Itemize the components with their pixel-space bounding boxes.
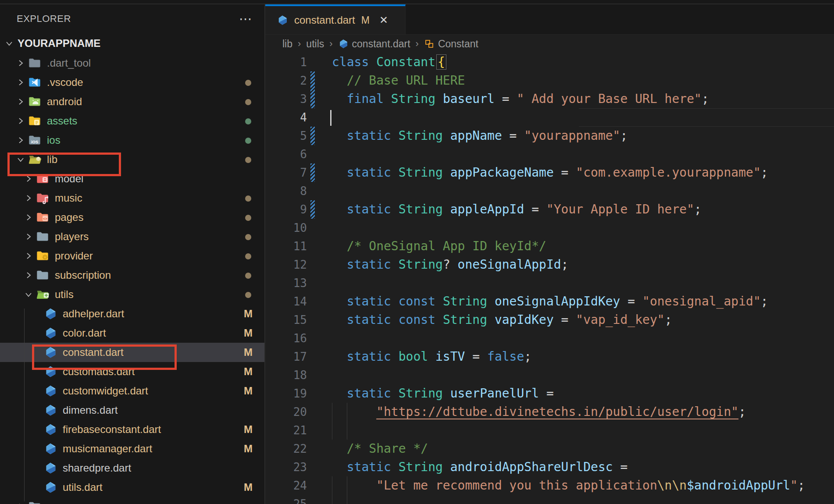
code-text: "Let me recommend you this application\n… [315,476,834,495]
chevron-down-icon [24,290,33,299]
line-number: 16 [265,329,307,348]
dart-icon [44,404,57,417]
code-line-10[interactable]: 10 [265,219,834,237]
tree-item-pages[interactable]: <>pages [0,208,264,227]
tree-item-utils[interactable]: utils [0,285,264,304]
tree-item-music[interactable]: music [0,188,264,208]
code-line-17[interactable]: 17 static bool isTV = false; [265,348,834,366]
tree-item-subscription[interactable]: subscription [0,266,264,285]
modified-dot-badge [242,288,254,301]
tree-item-android[interactable]: android [0,92,264,111]
code-editor[interactable]: 1class Constant{2 // Base URL HERE3 fina… [265,53,834,504]
tree-item-customads.dart[interactable]: customads.dartM [0,362,264,381]
gutter-spacer [310,403,315,421]
gutter-spacer [310,384,315,403]
code-text [315,182,834,200]
code-line-3[interactable]: 3 final String baseurl = " Add your Base… [265,90,834,108]
tree-item-sharedpre.dart[interactable]: sharedpre.dart [0,458,264,478]
gutter-spacer [310,458,315,476]
code-line-8[interactable]: 8 [265,182,834,200]
line-number: 24 [265,476,307,495]
tree-item-players[interactable]: players [0,227,264,246]
chevron-right-icon [16,135,25,145]
breadcrumb-item-utils[interactable]: utils [306,38,324,50]
code-line-20[interactable]: 20 "https://dttube.divinetechs.in/public… [265,403,834,421]
tree-item-lib[interactable]: lib [0,150,264,169]
tree-item-label: subscription [55,269,111,281]
more-actions-icon[interactable]: ⋯ [239,17,252,21]
code-line-24[interactable]: 24 "Let me recommend you this applicatio… [265,476,834,495]
current-line-border [579,108,834,109]
dart-icon [338,39,349,49]
tree-item-customwidget.dart[interactable]: customwidget.dartM [0,381,264,401]
tree-item-musicmanager.dart[interactable]: musicmanager.dartM [0,439,264,458]
tree-item-adhelper.dart[interactable]: adhelper.dartM [0,304,264,323]
tab-constant-dart[interactable]: constant.dart M ✕ [265,4,406,34]
code-line-18[interactable]: 18 [265,366,834,384]
dart-icon [44,442,57,455]
tree-item-ios[interactable]: iOSios [0,131,264,150]
code-line-23[interactable]: 23 static String androidAppShareUrlDesc … [265,458,834,476]
code-line-2[interactable]: 2 // Base URL HERE [265,71,834,90]
modified-dot-badge [242,96,254,108]
tree-item-label: pages [55,211,83,224]
git-modified-gutter-icon [310,163,315,182]
tree-item-dimens.dart[interactable]: dimens.dart [0,401,264,420]
tree-item-utils.dart[interactable]: utils.dartM [0,478,264,497]
svg-text:iOS: iOS [31,140,38,144]
tree-item-constant.dart[interactable]: constant.dartM [0,343,264,362]
code-line-4[interactable]: 4 [265,108,834,127]
dart-icon [44,423,57,436]
code-line-15[interactable]: 15 static const String vapIdKey = "vap_i… [265,311,834,329]
gutter-spacer [310,292,315,311]
code-line-1[interactable]: 1class Constant{ [265,53,834,71]
modified-badge: M [242,443,254,455]
gutter-spacer [310,274,315,292]
code-line-19[interactable]: 19 static String userPanelUrl = [265,384,834,403]
line-number: 4 [265,108,307,127]
close-icon[interactable]: ✕ [379,14,388,26]
breadcrumb-item-constant[interactable]: Constant [424,38,478,50]
gutter-spacer [310,108,315,127]
vscode-window: EXPLORER ⋯ YOURAPPNAME .dart_tool.vscode… [0,0,834,504]
workspace-root-item[interactable]: YOURAPPNAME [0,33,264,53]
tree-item-label: customwidget.dart [63,385,148,397]
tree-item-provider[interactable]: provider [0,246,264,266]
chevron-right-icon [16,116,25,126]
chevron-down-icon [4,39,14,48]
tree-item-.dart_tool[interactable]: .dart_tool [0,53,264,73]
code-line-22[interactable]: 22 /* Share */ [265,440,834,458]
code-line-7[interactable]: 7 static String appPackageName = "com.ex… [265,163,834,182]
code-line-9[interactable]: 9 static String appleAppId = "Your Apple… [265,200,834,219]
code-line-13[interactable]: 13 [265,274,834,292]
dart-icon [44,481,57,494]
tree-item-color.dart[interactable]: color.dartM [0,323,264,343]
breadcrumb-item-lib[interactable]: lib [282,38,292,50]
code-line-5[interactable]: 5 static String appName = "yourappname"; [265,127,834,145]
tree-item-model[interactable]: model [0,169,264,188]
breadcrumb-item-constant-dart[interactable]: constant.dart [338,38,410,50]
code-line-12[interactable]: 12 static String? oneSignalAppId; [265,256,834,274]
code-line-25[interactable]: 25 [265,495,834,504]
dart-icon [44,384,57,398]
tree-item-clipped[interactable] [0,497,264,504]
tree-item-.vscode[interactable]: .vscode [0,73,264,92]
chevron-right-icon [16,97,25,106]
folder-slate-icon [28,500,41,504]
modified-dot-badge [242,269,254,281]
tree-item-assets[interactable]: assets [0,111,264,131]
code-line-6[interactable]: 6 [265,145,834,163]
line-number: 14 [265,292,307,311]
code-text [315,495,834,504]
breadcrumb-separator: › [416,38,419,50]
gutter-spacer [310,366,315,384]
tree-item-label: utils.dart [63,481,103,493]
code-line-16[interactable]: 16 [265,329,834,348]
gutter-spacer [310,219,315,237]
code-line-14[interactable]: 14 static const String oneSignalAppIdKey… [265,292,834,311]
code-line-11[interactable]: 11 /* OneSignal App ID keyId*/ [265,237,834,256]
code-line-21[interactable]: 21 [265,421,834,440]
tree-item-label: customads.dart [63,366,135,378]
chevron-right-icon [16,58,25,68]
tree-item-firebaseconstant.dart[interactable]: firebaseconstant.dartM [0,420,264,439]
